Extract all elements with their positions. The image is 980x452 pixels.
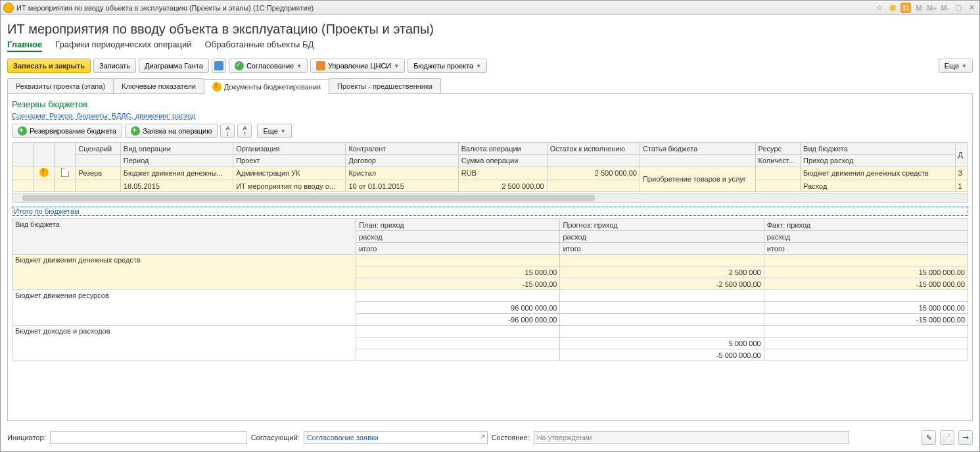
col-fact-total[interactable]: итого xyxy=(764,243,968,255)
sub-more-button[interactable]: Еще▼ xyxy=(257,124,291,138)
col-org[interactable]: Организация xyxy=(233,143,346,155)
page-title: ИТ мероприятия по вводу объекта в эксплу… xyxy=(7,22,973,37)
project-budgets-button[interactable]: Бюджеты проекта▼ xyxy=(408,59,487,73)
operations-table[interactable]: Сценарий Вид операции Организация Контра… xyxy=(12,142,968,192)
document-icon xyxy=(61,168,69,177)
table-row[interactable]: Бюджет доходов и расходов xyxy=(12,326,968,338)
cell-contract: 10 от 01.01.2015 xyxy=(346,180,458,192)
horizontal-scrollbar[interactable] xyxy=(12,193,968,203)
cell-budget-type: Бюджет движения денежных средств xyxy=(801,166,956,180)
cns-button[interactable]: Управление ЦНСИ▼ xyxy=(310,59,405,73)
col-contractor[interactable]: Контрагент xyxy=(346,143,458,155)
app-logo-icon xyxy=(3,3,14,13)
inner-tab-predecessors[interactable]: Проекты - предшественники xyxy=(329,78,441,93)
cell-balance: 2 500 000,00 xyxy=(547,166,640,180)
cell-project: ИТ мероприятия по вводу о... xyxy=(233,180,346,192)
section-title: Резервы бюджетов xyxy=(12,99,968,109)
cell-sum: 2 500 000,00 xyxy=(458,180,547,192)
calculator-icon[interactable]: ▦ xyxy=(887,3,898,13)
col-project[interactable]: Проект xyxy=(233,155,346,166)
initiator-label: Инициатор: xyxy=(7,434,46,441)
plus-icon xyxy=(18,126,27,136)
cell-contractor: Кристал xyxy=(346,166,458,180)
col-fact-in[interactable]: Факт: приход xyxy=(764,219,968,231)
col-forecast-in[interactable]: Прогноз: приход xyxy=(560,219,764,231)
col-plan-in[interactable]: План: приход xyxy=(356,219,560,231)
col-resource[interactable]: Ресурс xyxy=(755,143,801,155)
col-period[interactable]: Период xyxy=(120,155,233,166)
cell-org: Администрация УК xyxy=(233,166,346,180)
request-label: Заявка на операцию xyxy=(143,127,212,135)
state-input xyxy=(534,431,849,444)
col-budget-type[interactable]: Вид бюджета xyxy=(801,143,956,155)
memory-m-icon[interactable]: M xyxy=(914,3,924,13)
gantt-button[interactable]: Диаграмма Ганта xyxy=(139,59,209,73)
more-button[interactable]: Еще▼ xyxy=(939,59,973,73)
col-extra[interactable]: Д xyxy=(955,143,968,166)
edit-icon-button[interactable]: ✎ xyxy=(922,430,936,445)
tab-processed[interactable]: Обработанные объекты БД xyxy=(205,39,314,52)
cell-currency: RUB xyxy=(458,166,547,180)
col-balance[interactable]: Остаток к исполнению xyxy=(547,143,640,155)
cell-article: Приобретение товаров и услуг xyxy=(640,166,755,192)
cns-label: Управление ЦНСИ xyxy=(328,62,391,70)
more-label: Еще xyxy=(945,62,959,70)
tab-main[interactable]: Главное xyxy=(7,39,42,52)
sort-asc-button[interactable]: A↓ xyxy=(220,124,235,138)
state-label: Состояние: xyxy=(492,434,530,441)
col-budget-type[interactable]: Вид бюджета xyxy=(12,219,356,255)
nav-tabs: Главное Графики периодических операций О… xyxy=(7,39,973,52)
col-sum[interactable]: Сумма операции xyxy=(458,155,547,166)
memory-mplus-icon[interactable]: M+ xyxy=(927,3,937,13)
col-scenario[interactable]: Сценарий xyxy=(76,143,121,155)
col-article[interactable]: Статья бюджета xyxy=(640,143,755,155)
cell-inout: Расход xyxy=(801,180,956,192)
col-forecast-total[interactable]: итого xyxy=(560,243,764,255)
copy-icon-button[interactable]: 📄 xyxy=(940,430,954,445)
memory-mminus-icon[interactable]: M- xyxy=(940,3,950,13)
close-icon[interactable]: ✕ xyxy=(966,3,977,13)
approver-input[interactable] xyxy=(304,431,488,444)
restore-icon[interactable]: ▢ xyxy=(953,3,964,13)
save-close-button[interactable]: Записать и закрыть xyxy=(7,59,91,73)
table-row[interactable]: Бюджет движения денежных средств xyxy=(12,255,968,266)
col-forecast-out[interactable]: расход xyxy=(560,231,764,243)
initiator-input[interactable] xyxy=(50,431,247,444)
comment-icon-button[interactable] xyxy=(212,59,226,73)
cell-optype: Бюджет движения денежны... xyxy=(120,166,233,180)
col-optype[interactable]: Вид операции xyxy=(120,143,233,155)
sub-toolbar: Резервирование бюджета Заявка на операци… xyxy=(12,124,968,138)
sub-more-label: Еще xyxy=(263,127,277,135)
table-row[interactable]: Бюджет движения ресурсов xyxy=(12,290,968,302)
save-button[interactable]: Записать xyxy=(93,59,136,73)
table-row[interactable]: 18.05.2015 ИТ мероприятия по вводу о... … xyxy=(12,180,968,192)
inner-tab-requisites[interactable]: Реквизиты проекта (этапа) xyxy=(7,78,114,93)
col-inout[interactable]: Приход расход xyxy=(801,155,956,166)
sort-desc-button[interactable]: A↑ xyxy=(237,124,252,138)
open-link-icon[interactable]: ↗ xyxy=(480,433,485,440)
col-contract[interactable]: Договор xyxy=(346,155,458,166)
inner-tab-docs-label: Документы бюджетирования xyxy=(224,83,321,91)
totals-link[interactable]: Итого по бюджетам xyxy=(12,207,968,216)
favorite-icon[interactable]: ☆ xyxy=(874,3,885,13)
totals-table[interactable]: Вид бюджета План: приход Прогноз: приход… xyxy=(12,218,968,361)
inner-tab-kpi[interactable]: Ключевые показатели xyxy=(113,78,204,93)
calendar-icon[interactable]: 31 xyxy=(900,3,911,13)
export-icon-button[interactable]: ⮕ xyxy=(958,430,973,445)
col-fact-out[interactable]: расход xyxy=(764,231,968,243)
reserve-budget-button[interactable]: Резервирование бюджета xyxy=(12,124,122,138)
cell-budget-name: Бюджет доходов и расходов xyxy=(12,326,356,361)
table-row[interactable]: Резерв Бюджет движения денежны... Админи… xyxy=(12,166,968,180)
col-qty[interactable]: Количест... xyxy=(755,155,801,166)
col-currency[interactable]: Валюта операции xyxy=(458,143,547,155)
tab-schedules[interactable]: Графики периодических операций xyxy=(55,39,191,52)
filter-link[interactable]: Сценарии: Резерв, бюджеты: БДДС, движени… xyxy=(12,112,968,120)
operation-request-button[interactable]: Заявка на операцию xyxy=(125,124,218,138)
approval-button[interactable]: Согласование▼ xyxy=(229,59,308,73)
check-icon xyxy=(235,61,244,70)
inner-tab-docs[interactable]: Документы бюджетирования xyxy=(204,79,329,94)
col-plan-out[interactable]: расход xyxy=(356,231,560,243)
approval-label: Согласование xyxy=(246,62,294,70)
col-plan-total[interactable]: итого xyxy=(356,243,560,255)
window-titlebar: ИТ мероприятия по вводу объекта в эксплу… xyxy=(1,1,979,15)
